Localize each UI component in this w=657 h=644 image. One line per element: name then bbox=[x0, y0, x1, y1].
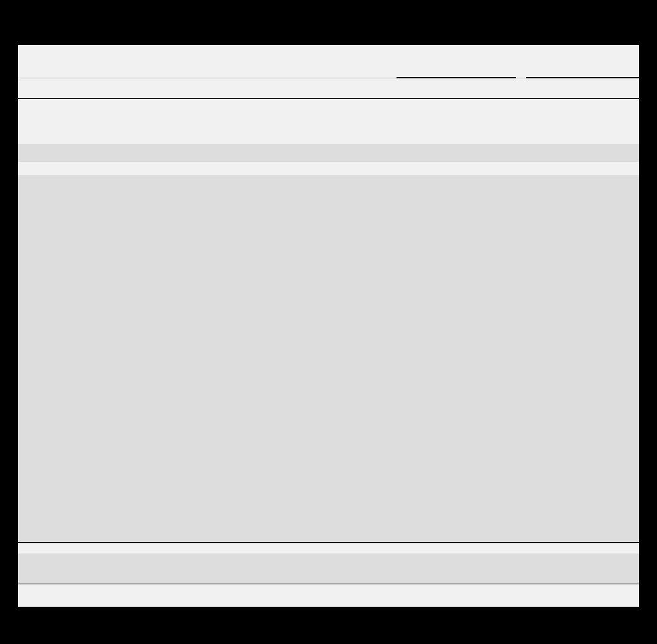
content-bottom-border bbox=[18, 542, 639, 543]
footer-strip bbox=[18, 553, 639, 584]
top-right-indicator-1 bbox=[397, 77, 516, 78]
top-right-indicator-2 bbox=[526, 77, 639, 78]
divider-line bbox=[18, 98, 639, 99]
top-bar bbox=[18, 45, 639, 78]
header-strip bbox=[18, 144, 639, 162]
content-block bbox=[18, 175, 639, 543]
main-panel bbox=[18, 45, 639, 607]
